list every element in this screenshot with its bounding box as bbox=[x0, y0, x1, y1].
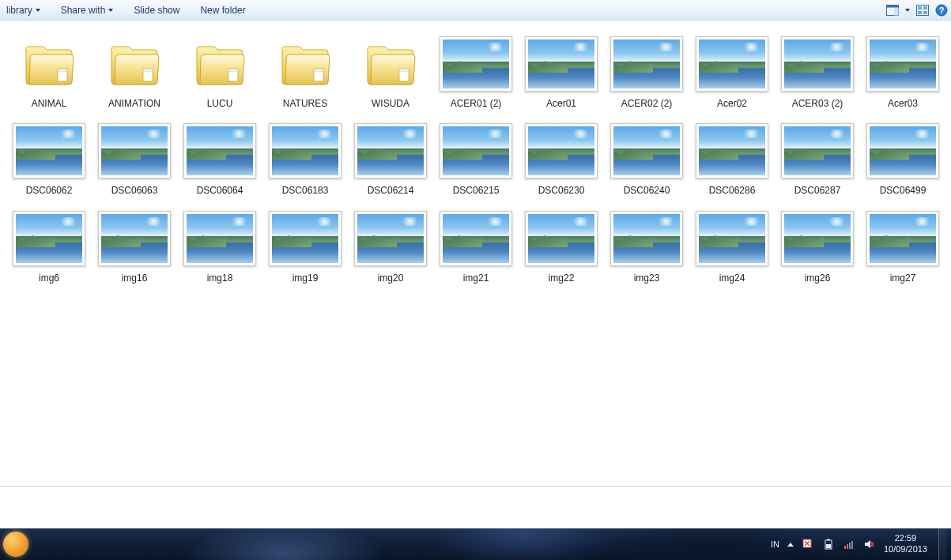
language-indicator[interactable]: IN bbox=[771, 539, 779, 549]
image-item[interactable]: DSC06215 bbox=[433, 117, 519, 204]
chevron-down-icon bbox=[36, 9, 40, 12]
svg-rect-7 bbox=[923, 11, 927, 14]
item-label: DSC06287 bbox=[794, 185, 841, 196]
image-item[interactable]: ACER01 (2) bbox=[433, 30, 519, 117]
svg-rect-26 bbox=[844, 546, 846, 549]
show-desktop-button[interactable] bbox=[938, 528, 946, 560]
item-label: ACER01 (2) bbox=[451, 98, 502, 109]
image-thumbnail bbox=[865, 120, 941, 182]
svg-rect-5 bbox=[923, 6, 927, 9]
folder-icon bbox=[353, 33, 428, 95]
image-item[interactable]: img24 bbox=[689, 205, 775, 291]
image-item[interactable]: DSC06063 bbox=[92, 117, 177, 204]
folder-icon bbox=[267, 33, 343, 95]
library-label: library bbox=[6, 5, 32, 16]
item-label: img6 bbox=[39, 272, 59, 284]
image-item[interactable]: img19 bbox=[262, 205, 348, 291]
image-thumbnail bbox=[523, 208, 599, 269]
image-item[interactable]: Acer02 bbox=[689, 30, 775, 117]
image-item[interactable]: img21 bbox=[433, 205, 519, 291]
image-item[interactable]: img20 bbox=[348, 205, 433, 291]
image-item[interactable]: ACER03 (2) bbox=[775, 30, 860, 117]
svg-rect-29 bbox=[851, 541, 853, 549]
item-label: DSC06240 bbox=[624, 185, 670, 196]
image-thumbnail bbox=[609, 208, 685, 269]
image-thumbnail bbox=[609, 33, 685, 95]
image-thumbnail bbox=[353, 208, 428, 269]
item-label: img18 bbox=[207, 272, 233, 284]
image-item[interactable]: img26 bbox=[775, 205, 860, 291]
folder-item[interactable]: WISUDA bbox=[348, 30, 433, 117]
new-folder-button[interactable]: New folder bbox=[197, 3, 248, 17]
image-item[interactable]: img18 bbox=[177, 205, 262, 291]
item-label: ANIMAL bbox=[32, 98, 67, 109]
windows-taskbar: IN 22:59 10/09/2013 bbox=[0, 528, 951, 560]
slideshow-button[interactable]: Slide show bbox=[130, 3, 183, 17]
folder-item[interactable]: ANIMAL bbox=[6, 30, 92, 117]
svg-rect-27 bbox=[847, 544, 848, 549]
item-label: DSC06063 bbox=[111, 185, 158, 196]
volume-icon[interactable] bbox=[863, 538, 876, 551]
item-label: WISUDA bbox=[372, 98, 409, 109]
preview-pane-button[interactable] bbox=[886, 4, 899, 17]
image-item[interactable]: DSC06230 bbox=[519, 117, 604, 204]
image-thumbnail bbox=[438, 120, 514, 182]
image-thumbnail bbox=[438, 208, 514, 269]
folder-item[interactable]: NATURES bbox=[262, 30, 348, 117]
file-list-area[interactable]: ANIMAL ANIMATION LUCU bbox=[0, 21, 951, 487]
image-item[interactable]: img23 bbox=[604, 205, 689, 291]
svg-rect-17 bbox=[314, 70, 323, 72]
svg-rect-11 bbox=[58, 70, 67, 72]
folder-item[interactable]: LUCU bbox=[177, 30, 262, 117]
image-item[interactable]: img22 bbox=[519, 205, 604, 291]
toolbar-right-group: ? bbox=[886, 4, 948, 17]
image-thumbnail bbox=[523, 120, 599, 182]
tray-overflow-icon[interactable] bbox=[787, 543, 794, 547]
image-item[interactable]: DSC06183 bbox=[262, 117, 348, 204]
system-tray: IN 22:59 10/09/2013 bbox=[771, 528, 951, 560]
image-thumbnail bbox=[182, 120, 258, 182]
image-thumbnail bbox=[694, 120, 770, 182]
image-item[interactable]: DSC06062 bbox=[6, 117, 92, 204]
image-item[interactable]: DSC06287 bbox=[775, 117, 860, 204]
start-button[interactable] bbox=[0, 528, 32, 560]
view-options-button[interactable] bbox=[916, 4, 929, 17]
image-item[interactable]: img6 bbox=[6, 205, 92, 291]
image-item[interactable]: DSC06499 bbox=[860, 117, 945, 204]
network-icon[interactable] bbox=[843, 538, 855, 551]
battery-icon[interactable] bbox=[822, 538, 835, 551]
image-thumbnail bbox=[694, 33, 770, 95]
image-item[interactable]: img27 bbox=[860, 205, 945, 291]
item-label: Acer01 bbox=[546, 98, 576, 109]
image-item[interactable]: DSC06240 bbox=[604, 117, 689, 204]
image-thumbnail bbox=[779, 33, 855, 95]
image-thumbnail bbox=[11, 208, 87, 269]
item-label: DSC06062 bbox=[26, 185, 73, 196]
chevron-down-icon[interactable] bbox=[905, 9, 910, 12]
image-item[interactable]: ACER02 (2) bbox=[604, 30, 689, 117]
include-in-library-dropdown[interactable]: library bbox=[3, 3, 43, 17]
item-label: ACER02 (2) bbox=[621, 98, 673, 109]
folder-icon bbox=[96, 33, 172, 95]
start-orb-icon bbox=[3, 532, 28, 557]
image-thumbnail bbox=[609, 120, 685, 182]
chevron-down-icon bbox=[108, 9, 113, 12]
item-label: NATURES bbox=[283, 98, 327, 109]
image-item[interactable]: DSC06286 bbox=[689, 117, 775, 204]
item-label: img22 bbox=[549, 272, 575, 284]
image-item[interactable]: DSC06064 bbox=[177, 117, 262, 204]
folder-item[interactable]: ANIMATION bbox=[92, 30, 177, 117]
image-thumbnail bbox=[11, 120, 87, 182]
share-with-dropdown[interactable]: Share with bbox=[58, 3, 117, 17]
action-center-icon[interactable] bbox=[802, 538, 814, 551]
image-thumbnail bbox=[353, 120, 428, 182]
svg-marker-30 bbox=[865, 540, 870, 548]
image-item[interactable]: img16 bbox=[92, 205, 177, 291]
image-item[interactable]: Acer03 bbox=[860, 30, 945, 117]
image-item[interactable]: DSC06214 bbox=[348, 117, 433, 204]
clock[interactable]: 22:59 10/09/2013 bbox=[884, 533, 927, 555]
help-button[interactable]: ? bbox=[935, 4, 948, 17]
svg-rect-15 bbox=[228, 70, 238, 72]
image-item[interactable]: Acer01 bbox=[519, 30, 604, 117]
svg-rect-19 bbox=[399, 70, 409, 72]
